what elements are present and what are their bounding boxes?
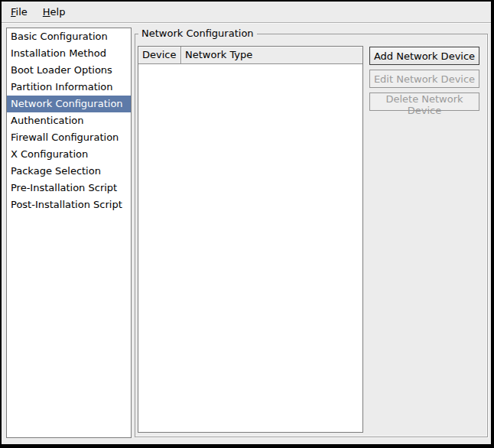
kickstart-configurator-window: File Help Basic Configuration Installati… bbox=[0, 0, 494, 448]
sidebar-item-authentication[interactable]: Authentication bbox=[7, 112, 131, 129]
sidebar-item-post-installation-script[interactable]: Post-Installation Script bbox=[7, 196, 131, 213]
menu-file[interactable]: File bbox=[8, 5, 31, 19]
menu-file-rest: ile bbox=[16, 6, 28, 18]
section-list: Basic Configuration Installation Method … bbox=[6, 28, 132, 438]
column-header-device[interactable]: Device bbox=[138, 47, 181, 64]
device-button-column: Add Network Device Edit Network Device D… bbox=[369, 47, 479, 111]
column-header-network-type[interactable]: Network Type bbox=[181, 47, 362, 64]
network-device-table: Device Network Type bbox=[138, 46, 363, 433]
sidebar-item-partition-information[interactable]: Partition Information bbox=[7, 79, 131, 96]
delete-network-device-button: Delete Network Device bbox=[369, 93, 479, 111]
sidebar-item-pre-installation-script[interactable]: Pre-Installation Script bbox=[7, 180, 131, 196]
add-network-device-button[interactable]: Add Network Device bbox=[369, 47, 479, 65]
menu-help[interactable]: Help bbox=[40, 5, 69, 19]
sidebar-item-boot-loader-options[interactable]: Boot Loader Options bbox=[7, 62, 131, 79]
menu-help-mnemonic: H bbox=[43, 6, 50, 18]
frame-title: Network Configuration bbox=[138, 27, 257, 41]
sidebar-item-installation-method[interactable]: Installation Method bbox=[7, 45, 131, 62]
menu-bar: File Help bbox=[2, 2, 491, 23]
sidebar-item-firewall-configuration[interactable]: Firewall Configuration bbox=[7, 129, 131, 146]
table-header-row: Device Network Type bbox=[138, 47, 362, 64]
sidebar-item-x-configuration[interactable]: X Configuration bbox=[7, 146, 131, 163]
sidebar-item-basic-configuration[interactable]: Basic Configuration bbox=[7, 28, 131, 45]
network-configuration-frame: Network Configuration Device Network Typ… bbox=[135, 34, 488, 437]
menu-help-rest: elp bbox=[50, 6, 66, 18]
edit-network-device-button: Edit Network Device bbox=[369, 70, 479, 88]
sidebar-item-network-configuration[interactable]: Network Configuration bbox=[7, 96, 131, 112]
sidebar-item-package-selection[interactable]: Package Selection bbox=[7, 163, 131, 180]
table-body-empty bbox=[138, 64, 362, 432]
